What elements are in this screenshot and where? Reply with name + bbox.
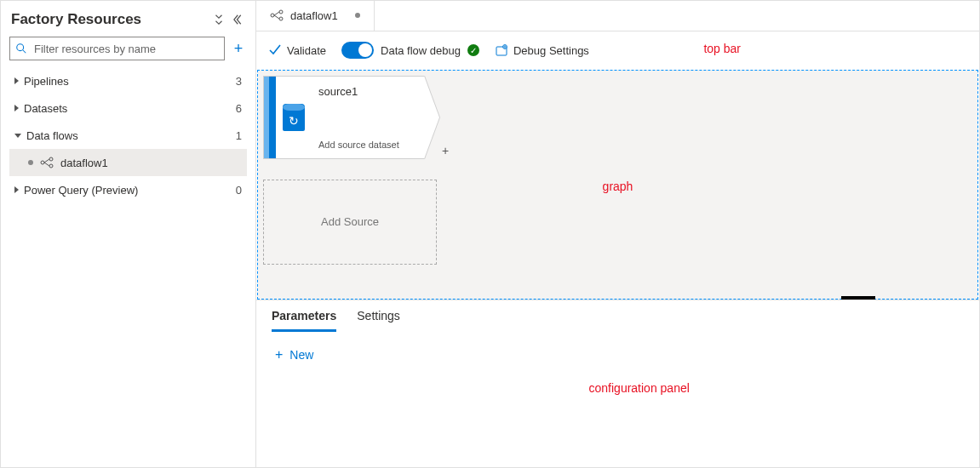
tabbar: dataflow1: [256, 1, 979, 31]
svg-point-4: [49, 164, 53, 168]
unsaved-dot-icon: [355, 13, 360, 18]
new-button-label: New: [289, 348, 313, 362]
tree-item-dataflow1[interactable]: dataflow1: [9, 149, 247, 176]
svg-point-0: [17, 44, 24, 51]
check-icon: [268, 43, 282, 57]
source-node[interactable]: source1 Add source dataset: [263, 76, 440, 159]
tree-count: 3: [236, 75, 242, 88]
tree-section-pipelines[interactable]: Pipelines 3: [9, 67, 247, 94]
tree-label: Pipelines: [24, 75, 69, 88]
config-tab-settings[interactable]: Settings: [357, 309, 400, 332]
status-ok-icon: ✓: [467, 44, 479, 56]
tree-count: 1: [236, 129, 242, 142]
tab-title: dataflow1: [290, 9, 338, 22]
editor-tab-dataflow1[interactable]: dataflow1: [256, 1, 375, 31]
config-tabs: Parameters Settings: [256, 300, 979, 332]
config-panel: Parameters Settings + New configuration …: [256, 300, 979, 467]
source-subtitle: Add source dataset: [318, 140, 399, 150]
tree-label: Power Query (Preview): [24, 184, 138, 197]
database-icon: [276, 77, 312, 158]
tree-section-dataflows[interactable]: Data flows 1: [9, 122, 247, 149]
sidebar: Factory Resources + Pipelines: [1, 1, 256, 467]
resource-tree: Pipelines 3 Datasets 6 Data flows 1 data…: [9, 67, 247, 203]
add-step-button[interactable]: +: [442, 144, 449, 157]
gear-icon: [495, 43, 508, 57]
caret-right-icon: [14, 186, 19, 193]
sidebar-header: Factory Resources: [9, 8, 247, 37]
filter-input-wrapper[interactable]: [9, 37, 225, 60]
validate-button[interactable]: Validate: [268, 43, 326, 57]
svg-line-1: [23, 50, 26, 54]
tree-label: Datasets: [24, 102, 67, 115]
tree-count: 0: [236, 184, 242, 197]
search-icon: [15, 43, 27, 54]
validate-label: Validate: [287, 44, 326, 57]
add-resource-button[interactable]: +: [230, 40, 247, 58]
debug-settings-button[interactable]: Debug Settings: [495, 43, 589, 57]
annotation-topbar: top bar: [703, 42, 741, 55]
debug-settings-label: Debug Settings: [513, 44, 589, 57]
expand-collapse-icon[interactable]: [213, 14, 225, 26]
node-output-arrow: [424, 76, 439, 159]
unsaved-dot-icon: [28, 160, 33, 165]
dataflow-icon: [40, 156, 54, 169]
caret-right-icon: [14, 105, 19, 111]
sidebar-title: Factory Resources: [11, 11, 141, 28]
svg-point-2: [41, 161, 44, 164]
tree-label: Data flows: [26, 129, 78, 142]
filter-input[interactable]: [32, 42, 219, 56]
svg-point-3: [49, 157, 53, 161]
main: dataflow1 Validate Data flow debug ✓ De: [256, 1, 979, 467]
config-tab-parameters[interactable]: Parameters: [272, 309, 336, 332]
debug-toggle[interactable]: [341, 42, 374, 59]
add-source-label: Add Source: [321, 215, 379, 228]
tree-child-label: dataflow1: [60, 157, 108, 169]
plus-icon: +: [275, 347, 283, 362]
new-parameter-button[interactable]: + New: [275, 347, 960, 362]
add-source-button[interactable]: Add Source: [263, 180, 437, 265]
tree-count: 6: [236, 102, 242, 115]
caret-right-icon: [14, 77, 19, 84]
annotation-config: configuration panel: [589, 381, 690, 395]
collapse-panel-icon[interactable]: [233, 14, 245, 26]
caret-down-icon: [14, 134, 21, 138]
debug-label: Data flow debug: [381, 44, 461, 57]
svg-point-7: [279, 17, 283, 20]
tree-section-datasets[interactable]: Datasets 6: [9, 94, 247, 122]
toolbar: Validate Data flow debug ✓ Debug Setting…: [256, 31, 979, 70]
dataflow-icon: [270, 9, 284, 22]
graph-canvas[interactable]: source1 Add source dataset + Add Source …: [257, 70, 978, 300]
annotation-graph: graph: [603, 180, 633, 193]
svg-point-6: [279, 10, 283, 14]
source-name: source1: [318, 85, 399, 98]
tree-section-powerquery[interactable]: Power Query (Preview) 0: [9, 176, 247, 203]
svg-point-5: [271, 14, 274, 17]
node-handle[interactable]: [269, 77, 276, 158]
